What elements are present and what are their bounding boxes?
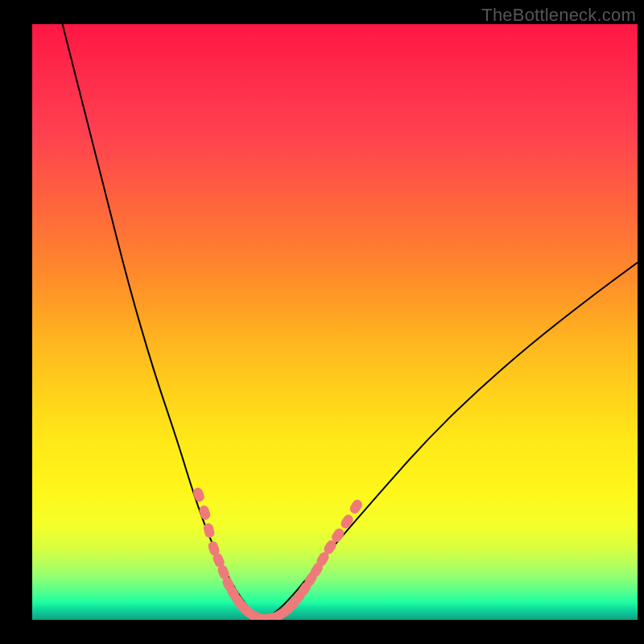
left-curve xyxy=(63,24,262,620)
chart-frame: TheBottleneck.com xyxy=(0,0,644,644)
marker-dot xyxy=(194,490,204,500)
marker-pill xyxy=(198,504,212,521)
sample-markers xyxy=(192,486,364,620)
marker-dot xyxy=(351,502,361,511)
watermark-text: TheBottleneck.com xyxy=(481,5,636,26)
marker-pill xyxy=(339,513,355,530)
curve-layer xyxy=(32,24,638,620)
plot-area xyxy=(32,24,638,620)
